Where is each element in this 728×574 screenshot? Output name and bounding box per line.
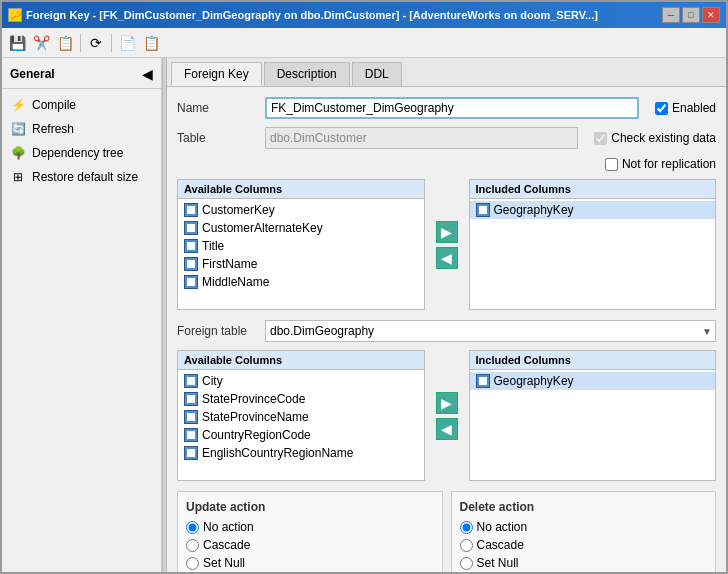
- list-item[interactable]: GeographyKey: [470, 201, 716, 219]
- toolbar-separator: [80, 34, 81, 52]
- included-columns-bottom-header: Included Columns: [470, 351, 716, 370]
- tab-ddl[interactable]: DDL: [352, 62, 402, 86]
- available-columns-top-list[interactable]: CustomerKey CustomerAlternateKey Title: [178, 199, 424, 309]
- dependency-icon: 🌳: [10, 145, 26, 161]
- not-replication-checkbox[interactable]: [605, 158, 618, 171]
- svg-rect-4: [187, 278, 195, 286]
- close-button[interactable]: ✕: [702, 7, 720, 23]
- list-item[interactable]: StateProvinceCode: [178, 390, 424, 408]
- update-cascade-radio[interactable]: [186, 539, 199, 552]
- list-item[interactable]: MiddleName: [178, 273, 424, 291]
- action-section: Update action No action Cascade: [177, 491, 716, 572]
- column-icon: [184, 410, 198, 424]
- update-cascade-label: Cascade: [203, 538, 250, 552]
- check-existing-label: Check existing data: [611, 131, 716, 145]
- delete-no-action-item: No action: [460, 520, 708, 534]
- delete-set-null-label: Set Null: [477, 556, 519, 570]
- check-existing-checkbox[interactable]: [594, 132, 607, 145]
- col-name: FirstName: [202, 257, 257, 271]
- table-row: Table Check existing data: [177, 127, 716, 149]
- title-bar: 🔑 Foreign Key - [FK_DimCustomer_DimGeogr…: [2, 2, 726, 28]
- restore-icon: ⊞: [10, 169, 26, 185]
- update-no-action-item: No action: [186, 520, 434, 534]
- column-icon: [184, 275, 198, 289]
- maximize-button[interactable]: □: [682, 7, 700, 23]
- update-no-action-label: No action: [203, 520, 254, 534]
- included-columns-top-list[interactable]: GeographyKey: [470, 199, 716, 309]
- list-item[interactable]: CustomerAlternateKey: [178, 219, 424, 237]
- svg-rect-5: [479, 206, 487, 214]
- col-name: GeographyKey: [494, 374, 574, 388]
- col-name: GeographyKey: [494, 203, 574, 217]
- svg-rect-0: [187, 206, 195, 214]
- column-icon: [184, 221, 198, 235]
- add-column-top-button[interactable]: ▶: [436, 221, 458, 243]
- list-item[interactable]: EnglishCountryRegionName: [178, 444, 424, 462]
- toolbar-btn-3[interactable]: ⟳: [85, 32, 107, 54]
- minimize-button[interactable]: ─: [662, 7, 680, 23]
- toolbar-btn-5[interactable]: 📋: [140, 32, 162, 54]
- included-columns-bottom-list[interactable]: GeographyKey: [470, 370, 716, 480]
- delete-action-title: Delete action: [460, 500, 708, 514]
- update-action-radio-group: No action Cascade Set Null: [186, 520, 434, 572]
- delete-action-panel: Delete action No action Cascade: [451, 491, 717, 572]
- sidebar: General ◀ ⚡ Compile 🔄 Refresh 🌳 Dependen…: [2, 58, 162, 572]
- delete-cascade-radio[interactable]: [460, 539, 473, 552]
- window-title: Foreign Key - [FK_DimCustomer_DimGeograp…: [26, 9, 598, 21]
- sidebar-item-restore[interactable]: ⊞ Restore default size: [2, 165, 161, 189]
- foreign-table-select[interactable]: dbo.DimGeography: [265, 320, 716, 342]
- arrow-col-top: ▶ ◀: [433, 179, 461, 310]
- window-icon: 🔑: [8, 8, 22, 22]
- list-item[interactable]: FirstName: [178, 255, 424, 273]
- list-item[interactable]: City: [178, 372, 424, 390]
- update-no-action-radio[interactable]: [186, 521, 199, 534]
- list-item[interactable]: CustomerKey: [178, 201, 424, 219]
- not-replication-row: Not for replication: [177, 157, 716, 171]
- sidebar-item-refresh[interactable]: 🔄 Refresh: [2, 117, 161, 141]
- name-input[interactable]: [265, 97, 639, 119]
- tab-description[interactable]: Description: [264, 62, 350, 86]
- sidebar-item-compile[interactable]: ⚡ Compile: [2, 93, 161, 117]
- toolbar-btn-4[interactable]: 📄: [116, 32, 138, 54]
- column-icon: [476, 203, 490, 217]
- col-name: StateProvinceCode: [202, 392, 305, 406]
- tab-foreign-key[interactable]: Foreign Key: [171, 62, 262, 86]
- delete-set-null-radio[interactable]: [460, 557, 473, 570]
- list-item[interactable]: GeographyKey: [470, 372, 716, 390]
- sidebar-collapse-icon[interactable]: ◀: [142, 66, 153, 82]
- table-value: [265, 127, 578, 149]
- toolbar-btn-1[interactable]: ✂️: [30, 32, 52, 54]
- enabled-checkbox[interactable]: [655, 102, 668, 115]
- add-column-bottom-button[interactable]: ▶: [436, 392, 458, 414]
- sidebar-header-title: General: [10, 67, 55, 81]
- included-columns-top-header: Included Columns: [470, 180, 716, 199]
- delete-cascade-label: Cascade: [477, 538, 524, 552]
- delete-no-action-radio[interactable]: [460, 521, 473, 534]
- available-columns-bottom-list[interactable]: City StateProvinceCode StateProvinceName: [178, 370, 424, 480]
- available-columns-bottom-header: Available Columns: [178, 351, 424, 370]
- update-set-null-radio[interactable]: [186, 557, 199, 570]
- remove-column-top-button[interactable]: ◀: [436, 247, 458, 269]
- list-item[interactable]: Title: [178, 237, 424, 255]
- sidebar-item-dependency-label: Dependency tree: [32, 146, 123, 160]
- list-item[interactable]: StateProvinceName: [178, 408, 424, 426]
- list-item[interactable]: CountryRegionCode: [178, 426, 424, 444]
- col-name: CustomerKey: [202, 203, 275, 217]
- tab-bar: Foreign Key Description DDL: [167, 58, 726, 87]
- sidebar-item-dependency[interactable]: 🌳 Dependency tree: [2, 141, 161, 165]
- svg-rect-6: [187, 377, 195, 385]
- svg-rect-2: [187, 242, 195, 250]
- not-replication-wrapper: Not for replication: [605, 157, 716, 171]
- toolbar: 💾 ✂️ 📋 ⟳ 📄 📋: [2, 28, 726, 58]
- update-cascade-item: Cascade: [186, 538, 434, 552]
- refresh-icon: 🔄: [10, 121, 26, 137]
- toolbar-btn-0[interactable]: 💾: [6, 32, 28, 54]
- col-name: City: [202, 374, 223, 388]
- enabled-group: Enabled: [655, 101, 716, 115]
- tab-foreign-key-label: Foreign Key: [184, 67, 249, 81]
- toolbar-btn-2[interactable]: 📋: [54, 32, 76, 54]
- column-icon: [184, 392, 198, 406]
- column-icon: [184, 428, 198, 442]
- check-existing-item: Check existing data: [594, 131, 716, 145]
- remove-column-bottom-button[interactable]: ◀: [436, 418, 458, 440]
